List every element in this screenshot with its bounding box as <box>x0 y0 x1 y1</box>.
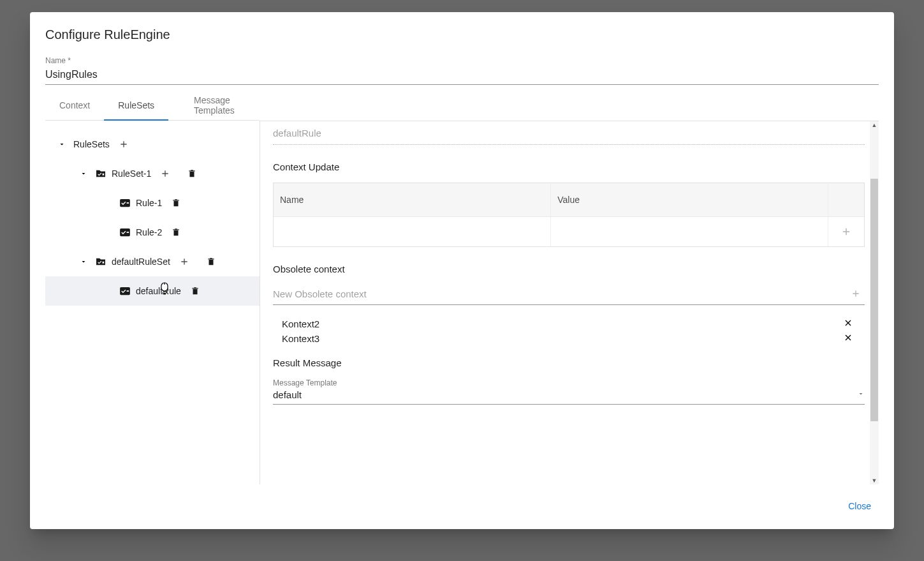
ruleset-icon <box>95 168 106 179</box>
scroll-down-icon[interactable]: ▼ <box>870 477 879 484</box>
obsolete-item-label: Kontext3 <box>282 333 840 344</box>
tabs: Context RuleSets Message Templates <box>45 90 260 121</box>
table-cell-value[interactable] <box>551 217 828 246</box>
configure-ruleengine-modal: Configure RuleEngine Name * Context Rule… <box>30 12 894 529</box>
delete-icon[interactable] <box>189 285 202 297</box>
modal-overlay: Configure RuleEngine Name * Context Rule… <box>0 0 924 561</box>
table-header-spacer <box>828 183 864 216</box>
breadcrumb: defaultRule <box>273 128 321 138</box>
message-template-select[interactable]: default <box>273 389 865 405</box>
plus-icon <box>851 288 861 299</box>
tree-rule-1-label: Rule-1 <box>136 198 162 208</box>
tab-message-templates[interactable]: Message Templates <box>180 90 260 120</box>
context-update-table: Name Value <box>273 183 865 247</box>
tree-default-rule[interactable]: defaultRule <box>45 276 260 306</box>
tree-default-ruleset[interactable]: defaultRuleSet <box>45 247 260 276</box>
close-icon <box>843 333 853 343</box>
message-template-label: Message Template <box>273 378 879 387</box>
svg-rect-1 <box>127 202 129 204</box>
delete-icon[interactable] <box>205 255 217 268</box>
chevron-down-icon <box>857 389 865 400</box>
add-ruleset-icon[interactable] <box>117 138 130 151</box>
tree-ruleset-1-label: RuleSet-1 <box>112 168 151 179</box>
result-message-title: Result Message <box>273 357 879 368</box>
close-icon <box>843 318 853 328</box>
tree-rule-2[interactable]: Rule-2 <box>45 218 260 247</box>
message-template-value: default <box>273 389 857 400</box>
scrollbar-thumb[interactable] <box>870 179 878 421</box>
chevron-down-icon[interactable] <box>55 140 68 148</box>
tree-root[interactable]: RuleSets <box>45 130 260 159</box>
svg-rect-3 <box>127 232 129 233</box>
svg-rect-5 <box>127 290 129 292</box>
tree-default-ruleset-label: defaultRuleSet <box>112 257 170 267</box>
plus-icon <box>840 226 852 237</box>
table-header-name: Name <box>274 183 551 216</box>
obsolete-context-title: Obsolete context <box>273 264 879 274</box>
remove-obsolete-button[interactable] <box>840 333 856 345</box>
delete-icon[interactable] <box>170 197 182 209</box>
add-rule-icon[interactable] <box>178 255 191 268</box>
obsolete-item: Kontext2 <box>273 317 865 331</box>
obsolete-context-list: Kontext2 Kontext3 <box>273 317 865 346</box>
scroll-up-icon[interactable]: ▲ <box>870 121 879 129</box>
rule-icon <box>119 198 131 208</box>
obsolete-context-input[interactable] <box>273 285 847 303</box>
tree-rule-2-label: Rule-2 <box>136 227 162 237</box>
remove-obsolete-button[interactable] <box>840 318 856 330</box>
name-input[interactable] <box>45 66 879 85</box>
tree-ruleset-1[interactable]: RuleSet-1 <box>45 159 260 188</box>
tree-default-rule-label: defaultRule <box>136 286 181 296</box>
rule-icon <box>119 286 131 296</box>
chevron-down-icon[interactable] <box>77 170 90 177</box>
chevron-down-icon[interactable] <box>77 258 90 266</box>
table-header-value: Value <box>551 183 828 216</box>
context-update-title: Context Update <box>273 161 879 172</box>
add-context-row-button[interactable] <box>828 217 864 246</box>
tab-context[interactable]: Context <box>45 90 104 120</box>
add-rule-icon[interactable] <box>159 167 172 180</box>
obsolete-item: Kontext3 <box>273 331 865 346</box>
modal-title: Configure RuleEngine <box>45 27 879 42</box>
name-label: Name * <box>45 56 879 65</box>
scrollbar[interactable]: ▲ ▼ <box>870 121 879 484</box>
tab-rulesets[interactable]: RuleSets <box>104 90 168 120</box>
table-cell-name[interactable] <box>274 217 551 246</box>
add-obsolete-button[interactable] <box>847 286 865 303</box>
ruleset-tree: RuleSets RuleSet-1 <box>45 121 260 306</box>
tree-root-label: RuleSets <box>73 139 110 149</box>
tree-rule-1[interactable]: Rule-1 <box>45 188 260 218</box>
rule-icon <box>119 227 131 237</box>
ruleset-icon <box>95 257 106 267</box>
close-button[interactable]: Close <box>842 496 877 516</box>
rule-detail-panel: defaultRule Context Update Name Value <box>260 121 879 484</box>
delete-icon[interactable] <box>186 167 198 180</box>
obsolete-item-label: Kontext2 <box>282 318 840 329</box>
delete-icon[interactable] <box>170 226 182 239</box>
